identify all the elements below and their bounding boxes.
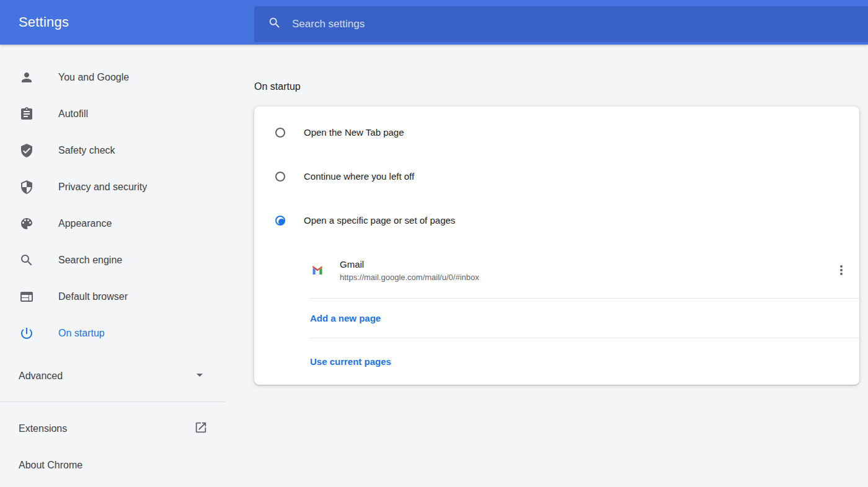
sidebar-item-label: Appearance xyxy=(58,218,112,229)
sidebar-menu: You and Google Autofill Safety check Pri… xyxy=(0,45,225,351)
add-new-page-label: Add a new page xyxy=(310,313,381,323)
external-link-icon xyxy=(194,421,208,437)
startup-page-url: https://mail.google.com/mail/u/0/#inbox xyxy=(340,273,479,282)
more-options-button[interactable] xyxy=(834,263,849,278)
startup-page-title: Gmail xyxy=(340,259,479,270)
sidebar-item-label: On startup xyxy=(58,328,105,339)
sidebar-item-label: You and Google xyxy=(58,72,129,83)
chevron-down-icon xyxy=(192,367,207,385)
radio-option-specific-pages[interactable]: Open a specific page or set of pages xyxy=(254,198,859,242)
page-title: Settings xyxy=(19,14,69,30)
sidebar-item-appearance[interactable]: Appearance xyxy=(0,205,225,242)
sidebar-item-label: Default browser xyxy=(58,291,128,302)
startup-page-info: Gmail https://mail.google.com/mail/u/0/#… xyxy=(340,259,479,282)
power-icon xyxy=(19,326,34,341)
gmail-icon xyxy=(311,264,324,276)
shield-check-icon xyxy=(19,143,34,158)
startup-page-row: Gmail https://mail.google.com/mail/u/0/#… xyxy=(254,242,859,298)
sidebar-item-default-browser[interactable]: Default browser xyxy=(0,278,225,315)
on-startup-card: Open the New Tab page Continue where you… xyxy=(254,107,859,385)
search-input[interactable] xyxy=(292,18,856,30)
sidebar-item-autofill[interactable]: Autofill xyxy=(0,95,225,132)
sidebar-secondary-menu: Extensions About Chrome xyxy=(0,402,225,483)
advanced-label: Advanced xyxy=(19,371,63,382)
radio-label: Open the New Tab page xyxy=(304,127,404,138)
radio-button[interactable] xyxy=(275,128,285,138)
radio-option-continue[interactable]: Continue where you left off xyxy=(254,154,859,198)
radio-label: Continue where you left off xyxy=(304,171,414,182)
extensions-label: Extensions xyxy=(19,423,67,434)
person-icon xyxy=(19,70,34,85)
use-current-pages-button[interactable]: Use current pages xyxy=(254,338,859,385)
magnifier-icon xyxy=(19,253,34,268)
browser-window-icon xyxy=(19,289,34,304)
sidebar-item-extensions[interactable]: Extensions xyxy=(0,410,225,447)
clipboard-icon xyxy=(19,107,34,121)
sidebar-item-safety-check[interactable]: Safety check xyxy=(0,132,225,169)
palette-icon xyxy=(19,216,34,231)
sidebar-item-about-chrome[interactable]: About Chrome xyxy=(0,447,225,483)
radio-button[interactable] xyxy=(275,216,285,226)
shield-half-icon xyxy=(19,180,34,195)
add-new-page-button[interactable]: Add a new page xyxy=(254,299,859,338)
about-chrome-label: About Chrome xyxy=(19,460,82,471)
sidebar-item-label: Privacy and security xyxy=(58,182,147,193)
radio-option-new-tab[interactable]: Open the New Tab page xyxy=(254,110,859,154)
sidebar-item-privacy-and-security[interactable]: Privacy and security xyxy=(0,169,225,205)
sidebar-item-label: Autofill xyxy=(58,108,88,120)
sidebar-item-advanced[interactable]: Advanced xyxy=(0,358,225,394)
settings-sidebar: You and Google Autofill Safety check Pri… xyxy=(0,45,225,483)
radio-button[interactable] xyxy=(275,172,285,182)
section-title: On startup xyxy=(254,81,868,92)
main-content: On startup Open the New Tab page Continu… xyxy=(225,45,868,487)
sidebar-item-label: Safety check xyxy=(58,145,115,156)
search-box[interactable] xyxy=(254,6,868,42)
radio-label: Open a specific page or set of pages xyxy=(304,215,455,226)
sidebar-item-search-engine[interactable]: Search engine xyxy=(0,242,225,278)
header-bar: Settings xyxy=(0,0,868,45)
search-icon xyxy=(268,16,281,32)
sidebar-item-label: Search engine xyxy=(58,255,122,266)
sidebar-item-you-and-google[interactable]: You and Google xyxy=(0,59,225,95)
use-current-pages-label: Use current pages xyxy=(310,356,391,367)
sidebar-item-on-startup[interactable]: On startup xyxy=(0,315,225,351)
